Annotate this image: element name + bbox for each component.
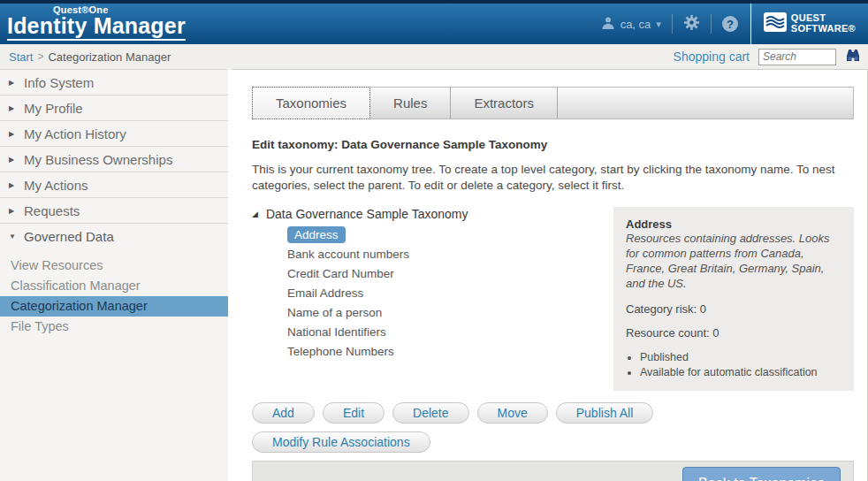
- content-panel: Taxonomies Rules Extractors Edit taxonom…: [232, 69, 868, 481]
- tree-node-bank-account-numbers[interactable]: Bank account numbers: [287, 245, 603, 264]
- header-divider: [711, 14, 712, 34]
- collapsed-arrow-icon: ▶: [9, 130, 17, 138]
- search-input[interactable]: [758, 49, 836, 65]
- breadcrumb-bar: Start > Categorization Manager Shopping …: [0, 44, 868, 69]
- page-description: This is your current taxonomy tree. To c…: [252, 162, 854, 194]
- sidebar-item-requests[interactable]: ▶ Requests: [0, 197, 228, 223]
- collapsed-arrow-icon: ▶: [9, 156, 17, 164]
- tree-node-email-address[interactable]: Email Address: [287, 284, 603, 303]
- collapsed-arrow-icon: ▶: [9, 207, 17, 215]
- selected-node-label: Address: [287, 226, 346, 243]
- sidebar-subnav: View Resources Classification Manager Ca…: [0, 248, 228, 346]
- collapsed-arrow-icon: ▶: [9, 181, 17, 189]
- sidebar-item-my-actions[interactable]: ▶ My Actions: [0, 172, 228, 197]
- page-title: Edit taxonomy: Data Governance Sample Ta…: [252, 138, 854, 151]
- quest-wave-icon: [764, 12, 787, 35]
- tab-taxonomies[interactable]: Taxonomies: [252, 87, 370, 119]
- expanded-arrow-icon: ▼: [9, 233, 17, 240]
- sidebar-item-label: Governed Data: [24, 229, 114, 244]
- vendor-logo: QUEST SOFTWARE®: [764, 12, 856, 35]
- gear-icon: [683, 19, 700, 34]
- tree-node-telephone-numbers[interactable]: Telephone Numbers: [287, 342, 603, 362]
- settings-button[interactable]: [683, 14, 700, 34]
- detail-title: Address: [626, 218, 841, 231]
- question-mark-icon: ?: [727, 18, 734, 31]
- user-icon: [601, 16, 615, 33]
- move-button[interactable]: Move: [477, 402, 548, 424]
- user-menu[interactable]: ca, ca ▾: [601, 16, 661, 33]
- header-white-divider: [750, 4, 751, 44]
- sidebar-item-label: My Profile: [24, 101, 83, 116]
- shopping-cart-link[interactable]: Shopping cart: [674, 50, 750, 64]
- collapsed-arrow-icon: ▶: [9, 104, 17, 112]
- breadcrumb-current: Categorization Manager: [48, 50, 171, 64]
- sidebar-item-label: Requests: [24, 203, 80, 218]
- sidebar-item-categorization-manager[interactable]: Categorization Manager: [0, 296, 228, 317]
- bottom-action-bar: Back to Taxonomies: [252, 461, 854, 481]
- sidebar-item-my-business-ownerships[interactable]: ▶ My Business Ownerships: [0, 146, 228, 172]
- chevron-down-icon: ▾: [656, 19, 661, 30]
- help-button[interactable]: ?: [722, 16, 738, 32]
- user-name: ca, ca: [621, 18, 651, 31]
- back-to-taxonomies-button[interactable]: Back to Taxonomies: [682, 467, 841, 481]
- tree-node-national-identifiers[interactable]: National Identifiers: [287, 323, 603, 342]
- brand-identity-manager: Identity Manager: [7, 15, 186, 41]
- sidebar-item-label: Info System: [24, 75, 94, 90]
- header-divider: [672, 14, 673, 34]
- binoculars-search-icon[interactable]: [845, 48, 861, 65]
- publish-all-button[interactable]: Publish All: [556, 402, 654, 424]
- vendor-name-line2: SOFTWARE®: [791, 24, 856, 34]
- sidebar-item-label: My Action History: [24, 126, 126, 141]
- resource-count: Resource count: 0: [626, 326, 841, 340]
- sidebar: ▶ Info System ▶ My Profile ▶ My Action H…: [0, 69, 228, 481]
- category-risk: Category risk: 0: [626, 302, 841, 316]
- collapsed-arrow-icon: ▶: [9, 79, 17, 87]
- breadcrumb-start-link[interactable]: Start: [9, 50, 33, 64]
- modify-rule-associations-button[interactable]: Modify Rule Associations: [252, 431, 430, 453]
- tree-node-credit-card-number[interactable]: Credit Card Number: [287, 264, 603, 284]
- delete-button[interactable]: Delete: [392, 402, 468, 424]
- app-logo: Quest®One Identity Manager: [7, 5, 186, 42]
- action-buttons: Add Edit Delete Move Publish All Modify …: [252, 402, 854, 453]
- tab-rules[interactable]: Rules: [370, 88, 451, 118]
- detail-description: Resources containing addresses. Looks fo…: [626, 232, 841, 292]
- status-published: Published: [640, 350, 841, 365]
- tree-root-node[interactable]: ◢ Data Governance Sample Taxonomy: [252, 207, 603, 221]
- sidebar-item-classification-manager[interactable]: Classification Manager: [0, 276, 228, 296]
- sidebar-item-info-system[interactable]: ▶ Info System: [0, 69, 228, 95]
- tree-node-address[interactable]: Address: [287, 225, 603, 245]
- tree-expanded-icon[interactable]: ◢: [252, 210, 258, 218]
- sidebar-item-label: My Business Ownerships: [24, 152, 172, 167]
- breadcrumb-separator: >: [37, 50, 43, 63]
- sidebar-item-my-action-history[interactable]: ▶ My Action History: [0, 120, 228, 146]
- sidebar-item-governed-data[interactable]: ▼ Governed Data: [0, 223, 228, 248]
- category-detail-panel: Address Resources containing addresses. …: [613, 207, 854, 390]
- sidebar-item-label: My Actions: [24, 178, 88, 193]
- tab-strip: Taxonomies Rules Extractors: [252, 87, 854, 119]
- app-header: Quest®One Identity Manager ca, ca ▾: [0, 0, 868, 44]
- sidebar-item-file-types[interactable]: File Types: [0, 317, 228, 337]
- tab-extractors[interactable]: Extractors: [451, 88, 558, 118]
- sidebar-item-view-resources[interactable]: View Resources: [0, 256, 228, 276]
- status-auto-classification: Available for automatic classification: [640, 365, 841, 380]
- add-button[interactable]: Add: [252, 402, 315, 424]
- taxonomy-tree: ◢ Data Governance Sample Taxonomy Addres…: [252, 207, 603, 390]
- tree-root-label: Data Governance Sample Taxonomy: [266, 207, 468, 221]
- sidebar-item-my-profile[interactable]: ▶ My Profile: [0, 95, 228, 120]
- tree-node-name-of-a-person[interactable]: Name of a person: [287, 303, 603, 323]
- detail-status-list: Published Available for automatic classi…: [640, 350, 841, 380]
- edit-button[interactable]: Edit: [323, 402, 385, 424]
